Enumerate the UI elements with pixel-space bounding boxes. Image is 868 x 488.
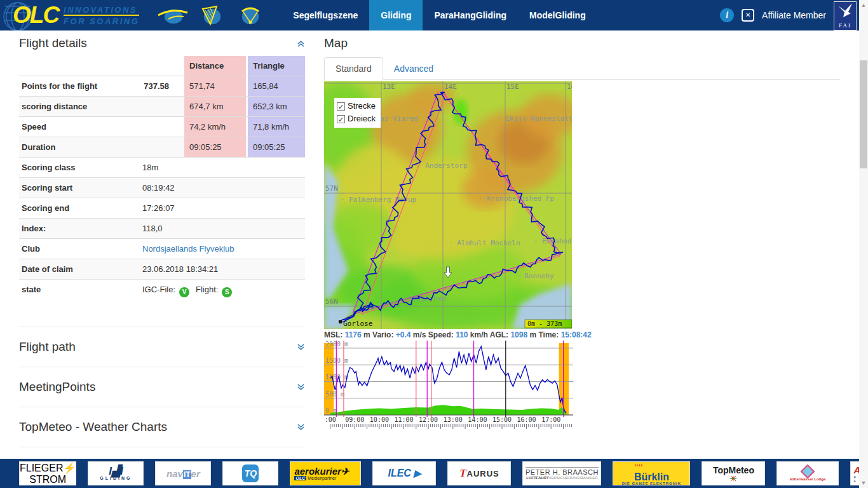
svg-text:57N: 57N [325,184,338,193]
tab-advanced[interactable]: Advanced [383,58,444,79]
section-flight-path[interactable]: Flight path [19,327,305,367]
tab-standard[interactable]: Standard [324,57,383,80]
scrollbar-thumb[interactable] [860,60,867,168]
svg-text:500 m: 500 m [325,391,344,398]
sponsor-tq[interactable]: TQ [222,461,278,485]
triangle-value: 09:05:25 [248,137,305,157]
main-nav: SegelflugszeneGlidingParaHangGlidingMode… [281,0,597,30]
checkbox-dreieck[interactable]: ✓ [337,115,345,123]
info-icon[interactable]: i [720,8,734,22]
nav-item-segelflugszene[interactable]: Segelflugszene [281,0,369,30]
svg-text:13:00: 13:00 [444,416,463,423]
svg-text:10:00: 10:00 [370,416,389,423]
svg-text:1500 m: 1500 m [325,357,348,364]
elevation-scale-label: 0m - 373m [527,320,562,327]
table-row: Scoring end17:26:07 [19,198,305,218]
svg-text:15E: 15E [506,83,519,91]
expand-down-icon[interactable] [297,343,305,351]
sponsor-taurus[interactable]: TAURUS [447,461,511,485]
barogram-chart[interactable]: 2000 m1500 m1000 m500 m0 m:0009:0010:001… [324,341,577,430]
flight-details-table: DistanceTrianglePoints for the flight737… [19,56,305,302]
sponsor-aerokurier[interactable]: aerokurier✈OLC Medienpartner [290,461,361,485]
flight-status-line: MSL: 1176 m Vario: +0.4 m/s Speed: 110 k… [324,330,576,339]
nav-item-parahanggliding[interactable]: ParaHangGliding [423,0,518,30]
svg-text:16: 16 [567,83,572,91]
table-header-row: DistanceTriangle [19,56,305,76]
fai-eagle-icon [836,2,855,22]
svg-text:· Almhult Mockeln: · Almhult Mockeln [449,239,520,247]
club-link[interactable]: Nordsjaellands Flyveklub [142,244,234,254]
table-row: Scoring start08:19:42 [19,177,305,198]
sponsor-naviter[interactable]: navITer [155,461,211,485]
map-tabbar: Standard Advanced [324,57,840,80]
svg-text:12:00: 12:00 [419,416,438,423]
sponsor-ilec[interactable]: ILEC▶ [372,461,436,485]
column-header-distance: Distance [184,56,246,76]
svg-text:Gorlose: Gorlose [343,320,372,328]
flight-details-panel: Flight details DistanceTrianglePoints fo… [19,36,305,487]
svg-text:· Ronneby: · Ronneby [516,272,554,280]
svg-text:56N: 56N [325,297,338,306]
section-topmeteo-weather-charts[interactable]: TopMeteo - Weather Charts [19,407,305,447]
contact-icon[interactable]: ✕ [742,9,754,22]
topmeteo-compass-icon [729,475,738,482]
layer-toggle-strecke[interactable]: ✓Strecke [337,100,376,112]
sponsor-braasch[interactable]: PETER H. BRAASCHLUFTFAHRTVERSICHERUNGSMA… [522,461,601,485]
distance-value: 74,2 km/h [184,117,246,137]
status-item: Speed: 110 km/h [428,330,488,339]
expand-down-icon[interactable] [297,383,305,391]
svg-text:14E: 14E [444,83,457,91]
page-scrollbar[interactable]: ▲ ▼ [859,0,868,488]
glider-icon[interactable] [156,3,189,28]
distance-value: 09:05:25 [184,137,246,157]
sponsor-topmeteo[interactable]: TopMeteo [702,461,765,485]
sponsor-buerklin[interactable]: ''''BürklinDIE GANZE ELEKTRONIK [613,461,690,485]
section-meetingpoints[interactable]: MeetingPoints [19,367,305,407]
affiliate-member-label: Affiliate Member [762,10,826,20]
svg-text:13E: 13E [383,83,395,91]
status-item: Vario: +0.4 m/s [372,330,426,339]
table-row: Duration09:05:2509:05:25 [19,137,305,157]
map-view[interactable]: 13E14E15E1657N56N· Boras Viared· Eksjo R… [324,81,572,329]
triangle-value: 71,8 km/h [248,117,305,137]
header-right: i ✕ Affiliate Member FAI [720,0,859,30]
table-row: Index:118,0 [19,218,305,238]
scroll-down-icon[interactable]: ▼ [859,478,868,488]
sponsor-bar: FLIEGER⚡STROMI▟IGLIDINGnavITerTQaerokuri… [0,459,859,488]
sponsor-imi[interactable]: I▟IGLIDING [88,461,144,485]
expand-down-icon[interactable] [297,423,305,431]
svg-text:1000 m: 1000 m [325,374,348,381]
scroll-up-icon[interactable]: ▲ [859,0,868,10]
sponsor-fliegerstrom[interactable]: FLIEGER⚡STROM [19,461,76,485]
svg-text:2000 m: 2000 m [325,341,348,348]
map-layer-toggles: ✓Strecke✓Dreieck [334,98,381,128]
fai-logo[interactable]: FAI [834,1,857,30]
nav-item-gliding[interactable]: Gliding [369,0,423,30]
checkbox-strecke[interactable]: ✓ [337,102,345,111]
nav-item-modelgliding[interactable]: ModelGliding [518,0,597,30]
sponsor-bitterwasser[interactable]: Bitterwasser Lodge [776,461,839,485]
flight-status-badge: S [222,287,232,297]
svg-text:· Anderstorp: · Anderstorp [417,161,467,170]
column-header-triangle: Triangle [248,56,305,76]
collapse-up-icon[interactable] [297,39,305,48]
sponsor-partial[interactable]: AFF [850,461,859,485]
igc-status-badge: V [179,287,189,297]
paraglider-icon[interactable] [236,3,265,28]
hangglider-icon[interactable] [198,3,227,28]
status-item: Time: 15:08:42 [539,330,592,339]
sport-icons [156,3,265,28]
olc-tagline: INNOVATIONS FOR SOARING [64,5,139,26]
table-row: Points for the flight737.58571,74165,84 [19,76,305,96]
status-item: MSL: 1176 m [324,330,370,339]
olc-logo-text: OLC [4,0,58,30]
status-item: AGL: 1098 m [490,330,536,339]
layer-toggle-dreieck[interactable]: ✓Dreieck [337,112,376,125]
distance-value: 571,74 [184,76,246,96]
svg-text:17:00: 17:00 [541,416,560,423]
top-nav-bar: OLC INNOVATIONS FOR SOARING [0,0,859,30]
distance-value: 674,7 km [184,97,246,116]
olc-logo[interactable]: OLC INNOVATIONS FOR SOARING [0,0,139,30]
svg-text:· Eksjo Ranneslatt: · Eksjo Ranneslatt [497,114,572,123]
svg-text:15:00: 15:00 [492,416,512,423]
